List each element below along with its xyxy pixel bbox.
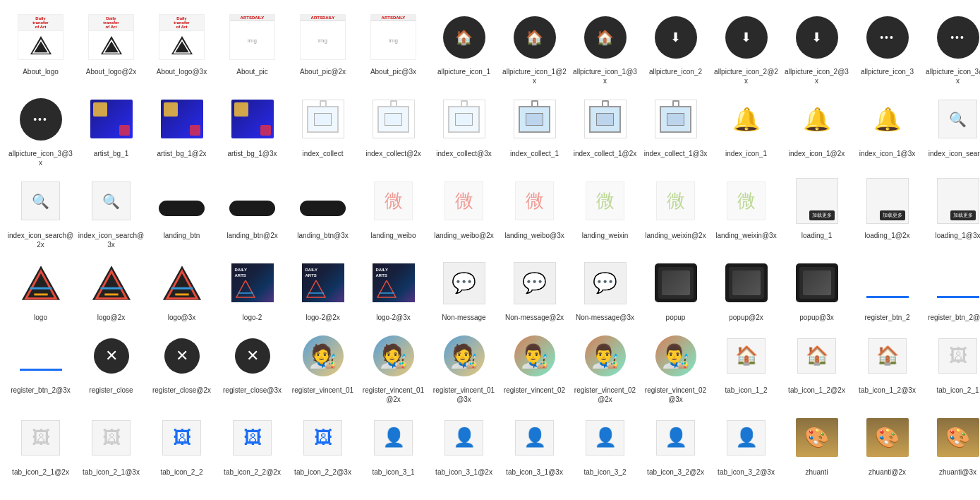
icon-box-landing_btn xyxy=(155,174,208,227)
icon-box-zhuanti_3x: 🎨 xyxy=(931,411,980,464)
icon-label-about_pic_3x: About_pic@3x xyxy=(370,67,416,76)
icon-box-register_close_2x: ✕ xyxy=(155,329,208,382)
icon-box-about_logo_2x: Dailytransferof Art xyxy=(85,11,138,64)
icon-label-landing_weibo: landing_weibo xyxy=(371,231,416,240)
icon-label-logo: logo xyxy=(34,313,47,322)
icon-item-landing_weibo: 微landing_weibo xyxy=(360,174,427,249)
icon-label-tab_icon_3_1_2x: tab_icon_3_1@2x xyxy=(435,468,492,477)
icon-box-index_collect_1_2x xyxy=(579,93,631,145)
icon-item-register_vincent_01: 🧑‍🎨register_vincent_01 xyxy=(289,329,356,404)
icon-box-logo_2_2x: DAILYARTS xyxy=(296,256,349,309)
icon-item-tab_icon_3_1_2x: 👤tab_icon_3_1@2x xyxy=(430,411,497,477)
icon-item-index_icon_1_2x: 🔔index_icon_1@2x xyxy=(783,93,850,167)
icon-item-tab_icon_3_2: 👤tab_icon_3_2 xyxy=(571,411,639,477)
svg-marker-18 xyxy=(236,280,255,297)
icon-item-loading_1_2x: 加载更多 loading_1@2x xyxy=(854,174,921,249)
icon-label-tab_icon_3_1: tab_icon_3_1 xyxy=(372,468,414,477)
icon-item-allpicture_icon_3_3x: •••allpicture_icon_3@3x xyxy=(7,93,74,167)
icon-label-index_icon_search_2x: index_icon_search@2x xyxy=(7,231,74,249)
icon-box-landing_weixin_3x: 微 xyxy=(720,174,773,227)
icon-box-about_logo: Dailytransferof Art xyxy=(14,11,67,64)
icon-box-tab_icon_2_2_2x: 🖼 xyxy=(226,411,279,464)
icon-box-allpicture_icon_3_3x: ••• xyxy=(14,93,67,145)
icon-box-non_message_2x: 💬 xyxy=(508,256,561,309)
icon-label-logo_2x: logo@2x xyxy=(97,313,126,322)
icon-label-index_collect_3x: index_collect@3x xyxy=(436,149,492,158)
icon-box-register_vincent_02_3x: 👨‍🎨 xyxy=(649,329,702,382)
icon-box-non_message_3x: 💬 xyxy=(579,256,631,309)
icon-box-loading_1: 加载更多 xyxy=(790,174,843,227)
icon-label-tab_icon_1_2_3x: tab_icon_1_2@3x xyxy=(859,386,916,395)
icon-box-artist_bg_1_3x xyxy=(226,93,279,145)
icon-box-index_icon_search_2x: 🔍 xyxy=(14,174,67,227)
icon-label-loading_1_3x: loading_1@3x xyxy=(935,231,980,240)
icon-box-artist_bg_1 xyxy=(85,93,138,145)
icon-item-loading_1_3x: 加载更多 loading_1@3x xyxy=(924,174,980,249)
icon-box-artist_bg_1_2x xyxy=(155,93,208,145)
icon-label-allpicture_icon_3_2x: allpicture_icon_3@2x xyxy=(924,67,980,85)
icon-label-about_pic_2x: About_pic@2x xyxy=(300,67,346,76)
icon-item-popup: popup xyxy=(642,256,709,322)
icon-label-landing_btn_2x: landing_btn@2x xyxy=(226,231,277,240)
icon-item-index_collect_1: index_collect_1 xyxy=(501,93,568,167)
icon-box-landing_weixin: 微 xyxy=(579,174,631,227)
icon-label-non_message_2x: Non-message@2x xyxy=(505,313,564,322)
icon-item-logo_2: DAILYARTS logo-2 xyxy=(219,256,286,322)
icon-label-register_vincent_01_3x: register_vincent_01@3x xyxy=(430,386,497,404)
icon-label-register_btn_2_3x: register_btn_2@3x xyxy=(11,386,71,395)
icon-label-register_vincent_01: register_vincent_01 xyxy=(292,386,353,395)
icon-box-popup xyxy=(649,256,702,309)
icon-label-non_message: Non-message xyxy=(442,313,485,322)
icon-box-non_message: 💬 xyxy=(437,256,490,309)
icon-box-tab_icon_1_2_2x: 🏠 xyxy=(790,329,843,382)
icon-label-allpicture_icon_2: allpicture_icon_2 xyxy=(649,67,702,76)
icon-item-tab_icon_1_2_2x: 🏠tab_icon_1_2@2x xyxy=(783,329,850,404)
icon-box-popup_3x xyxy=(790,256,843,309)
icon-label-index_collect_2x: index_collect@2x xyxy=(365,149,421,158)
icon-label-index_icon_1: index_icon_1 xyxy=(725,149,767,158)
icon-box-tab_icon_3_1_2x: 👤 xyxy=(437,411,490,464)
icon-label-artist_bg_1_2x: artist_bg_1@2x xyxy=(157,149,206,158)
icon-item-index_collect_3x: index_collect@3x xyxy=(430,93,497,167)
icon-item-about_logo: Dailytransferof Art About_logo xyxy=(7,11,74,85)
icon-box-logo xyxy=(14,256,67,309)
icon-box-logo_2x xyxy=(85,256,138,309)
icon-item-register_vincent_02_2x: 👨‍🎨register_vincent_02@2x xyxy=(571,329,639,404)
icon-item-tab_icon_2_2: 🖼tab_icon_2_2 xyxy=(148,411,215,477)
icon-box-index_icon_1_2x: 🔔 xyxy=(790,93,843,145)
icon-box-register_vincent_02: 👨‍🎨 xyxy=(508,329,561,382)
svg-marker-20 xyxy=(307,280,325,297)
icon-item-tab_icon_3_2_2x: 👤tab_icon_3_2@2x xyxy=(642,411,709,477)
icon-box-register_vincent_01: 🧑‍🎨 xyxy=(296,329,349,382)
icon-label-register_vincent_01_2x: register_vincent_01@2x xyxy=(360,386,427,404)
icon-item-index_icon_search_3x: 🔍index_icon_search@3x xyxy=(78,174,145,249)
icon-box-tab_icon_2_2_3x: 🖼 xyxy=(296,411,349,464)
icon-box-allpicture_icon_3: ••• xyxy=(861,11,914,64)
icon-item-allpicture_icon_1: 🏠allpicture_icon_1 xyxy=(430,11,497,85)
icon-label-about_logo: About_logo xyxy=(23,67,59,76)
icon-item-landing_btn_3x: landing_btn@3x xyxy=(289,174,356,249)
icon-label-tab_icon_1_2: tab_icon_1_2 xyxy=(725,386,767,395)
icon-label-popup_3x: popup@3x xyxy=(799,313,834,322)
icon-label-popup: popup xyxy=(666,313,686,322)
icon-box-tab_icon_3_2: 👤 xyxy=(579,411,631,464)
icon-item-artist_bg_1: artist_bg_1 xyxy=(78,93,145,167)
svg-marker-22 xyxy=(377,280,396,297)
icon-label-landing_btn: landing_btn xyxy=(164,231,200,240)
icon-box-index_collect_3x xyxy=(437,93,490,145)
icon-box-loading_1_3x: 加载更多 xyxy=(931,174,980,227)
icon-item-tab_icon_1_2_3x: 🏠tab_icon_1_2@3x xyxy=(854,329,921,404)
icon-item-about_pic_3x: ARTSDAILY img About_pic@3x xyxy=(360,11,427,85)
icon-box-allpicture_icon_1_3x: 🏠 xyxy=(579,11,631,64)
icon-box-tab_icon_3_1_3x: 👤 xyxy=(508,411,561,464)
icon-label-allpicture_icon_3: allpicture_icon_3 xyxy=(861,67,914,76)
icon-box-allpicture_icon_2: ⬇ xyxy=(649,11,702,64)
icon-box-about_pic: ARTSDAILY img xyxy=(226,11,279,64)
icon-item-non_message_2x: 💬Non-message@2x xyxy=(501,256,568,322)
icon-item-popup_3x: popup@3x xyxy=(783,256,850,322)
icon-box-register_vincent_01_2x: 🧑‍🎨 xyxy=(367,329,420,382)
icon-box-allpicture_icon_3_2x: ••• xyxy=(931,11,980,64)
icon-item-artist_bg_1_3x: artist_bg_1@3x xyxy=(219,93,286,167)
icon-box-register_vincent_01_3x: 🧑‍🎨 xyxy=(437,329,490,382)
icon-item-logo_2x: logo@2x xyxy=(78,256,145,322)
